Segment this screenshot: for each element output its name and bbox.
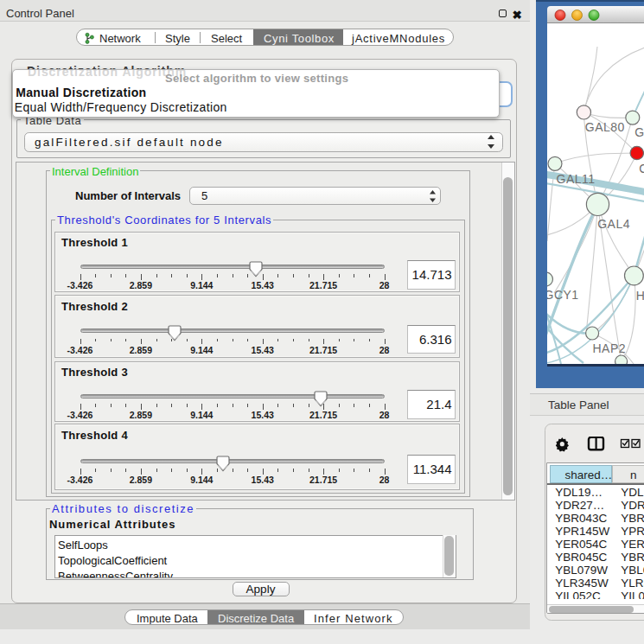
svg-text:H: H [635,289,644,303]
svg-text:GCY1: GCY1 [547,288,579,302]
svg-text:GAL11: GAL11 [556,172,595,186]
svg-text:GAL4: GAL4 [597,217,630,231]
svg-text:HAP2: HAP2 [592,341,626,354]
svg-text:GAL80: GAL80 [584,119,624,133]
svg-text:C: C [639,162,644,175]
svg-text:GA: GA [634,124,644,138]
